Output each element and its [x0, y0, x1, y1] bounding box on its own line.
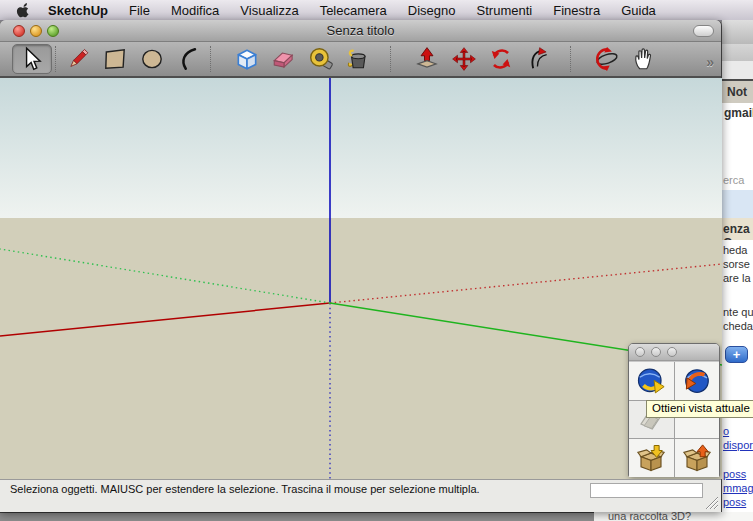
measurement-input[interactable] — [590, 483, 703, 498]
bg-titlebar-strip — [722, 20, 753, 45]
palette-close-button[interactable] — [635, 347, 645, 357]
palette-minimize-button[interactable] — [651, 347, 661, 357]
bg-text-fragment: sorse c — [722, 258, 753, 272]
status-bar: Seleziona oggetti. MAIUSC per estendere … — [0, 479, 721, 512]
bg-bottom-fragment: una raccolta 3D? — [608, 512, 691, 521]
toggle-terrain-button[interactable] — [675, 362, 720, 400]
bg-link-fragment[interactable]: mmag — [722, 482, 753, 496]
line-tool-button[interactable] — [59, 43, 96, 75]
tooltip: Ottieni vista attuale — [646, 400, 753, 418]
move-tool-button[interactable] — [445, 43, 482, 75]
apple-menu-icon[interactable] — [14, 2, 30, 18]
push-pull-tool-button[interactable] — [408, 43, 445, 75]
red-axis-dotted — [330, 264, 722, 303]
menu-sketchup[interactable]: SketchUp — [48, 3, 108, 18]
follow-me-icon — [525, 46, 551, 72]
rotate-tool-button[interactable] — [482, 43, 519, 75]
desktop-strip — [0, 512, 594, 521]
select-icon — [19, 46, 45, 72]
orbit-icon — [594, 46, 620, 72]
toolbar: » — [0, 42, 721, 78]
select-tool-button[interactable] — [12, 44, 52, 74]
tape-measure-tool-button[interactable] — [302, 43, 339, 75]
toggle-terrain-icon — [682, 366, 712, 396]
bg-search-fragment: erca ne — [722, 170, 753, 190]
share-models-button[interactable] — [675, 439, 720, 477]
make-component-tool-button[interactable] — [228, 43, 265, 75]
paint-bucket-icon — [345, 46, 371, 72]
get-current-view-icon — [636, 366, 666, 396]
menu-strumenti[interactable]: Strumenti — [477, 3, 533, 18]
bg-link-fragment[interactable]: poss — [722, 496, 753, 510]
eraser-tool-button[interactable] — [265, 43, 302, 75]
toolbar-toggle-button[interactable] — [693, 25, 714, 37]
arc-tool-button[interactable] — [170, 43, 207, 75]
drawing-axes — [0, 78, 722, 479]
toolbar-separator — [210, 46, 211, 72]
menu-finestra[interactable]: Finestra — [553, 3, 600, 18]
pan-tool-button[interactable] — [625, 43, 662, 75]
toolbar-separator — [570, 46, 571, 72]
bg-heading-fragment: enza G — [722, 218, 753, 240]
bg-add-button[interactable]: + — [725, 346, 748, 363]
toolbar-overflow-chevron[interactable]: » — [706, 54, 713, 70]
move-icon — [451, 46, 477, 72]
bg-link-fragment[interactable]: poss — [722, 468, 753, 482]
green-axis-dotted — [0, 249, 330, 303]
menu-file[interactable]: File — [129, 3, 150, 18]
menu-disegno[interactable]: Disegno — [408, 3, 456, 18]
bg-gmail-fragment: gmail — [722, 103, 753, 125]
bg-bottom-text-strip: una raccolta 3D? — [594, 512, 753, 521]
menu-bar: SketchUp File Modifica Visualizza Teleca… — [0, 0, 753, 21]
drawing-viewport[interactable] — [0, 78, 722, 479]
make-component-icon — [234, 46, 260, 72]
palette-grid — [629, 361, 719, 477]
bg-link-fragment[interactable]: dispor — [722, 439, 753, 453]
toolbar-separator — [390, 46, 391, 72]
rectangle-icon — [102, 46, 128, 72]
rectangle-tool-button[interactable] — [96, 43, 133, 75]
get-current-view-button[interactable] — [629, 362, 674, 400]
get-models-button[interactable] — [629, 439, 674, 477]
tape-measure-icon — [308, 46, 334, 72]
bg-header-fragment: Not — [722, 81, 753, 103]
bg-text-fragment: nte qu — [722, 306, 753, 320]
paint-bucket-tool-button[interactable] — [339, 43, 376, 75]
bg-text-fragment: are la f — [722, 272, 753, 286]
title-bar[interactable]: Senza titolo — [0, 20, 721, 42]
palette-zoom-button[interactable] — [667, 347, 677, 357]
pan-hand-icon — [631, 46, 657, 72]
bg-bookmarkbar-strip — [722, 61, 753, 79]
bg-blue-band — [722, 190, 753, 218]
circle-icon — [139, 46, 165, 72]
red-axis-solid — [0, 303, 330, 336]
bg-toolbar-strip — [722, 44, 753, 62]
status-message: Seleziona oggetti. MAIUSC per estendere … — [10, 483, 510, 496]
share-models-icon — [682, 443, 712, 473]
orbit-tool-button[interactable] — [588, 43, 625, 75]
menu-modifica[interactable]: Modifica — [171, 3, 219, 18]
menu-visualizza[interactable]: Visualizza — [240, 3, 298, 18]
bg-text-fragment: heda — [722, 244, 753, 258]
bg-link-fragment[interactable]: o trova — [722, 425, 753, 439]
bg-text-fragment: cheda — [722, 320, 753, 334]
window-title: Senza titolo — [0, 23, 721, 38]
get-models-icon — [636, 443, 666, 473]
pencil-icon — [65, 46, 91, 72]
push-pull-icon — [414, 46, 440, 72]
follow-me-tool-button[interactable] — [519, 43, 556, 75]
arc-icon — [176, 46, 202, 72]
circle-tool-button[interactable] — [133, 43, 170, 75]
toolbar-separator — [55, 46, 56, 72]
menu-telecamera[interactable]: Telecamera — [320, 3, 387, 18]
palette-title-bar[interactable] — [629, 344, 719, 361]
menu-guida[interactable]: Guida — [621, 3, 656, 18]
sketchup-window: Senza titolo — [0, 20, 722, 512]
rotate-icon — [488, 46, 514, 72]
background-browser-window: Not gmail erca ne enza G heda sorse c ar… — [722, 20, 753, 521]
eraser-icon — [271, 46, 297, 72]
resize-grip[interactable] — [704, 495, 719, 510]
